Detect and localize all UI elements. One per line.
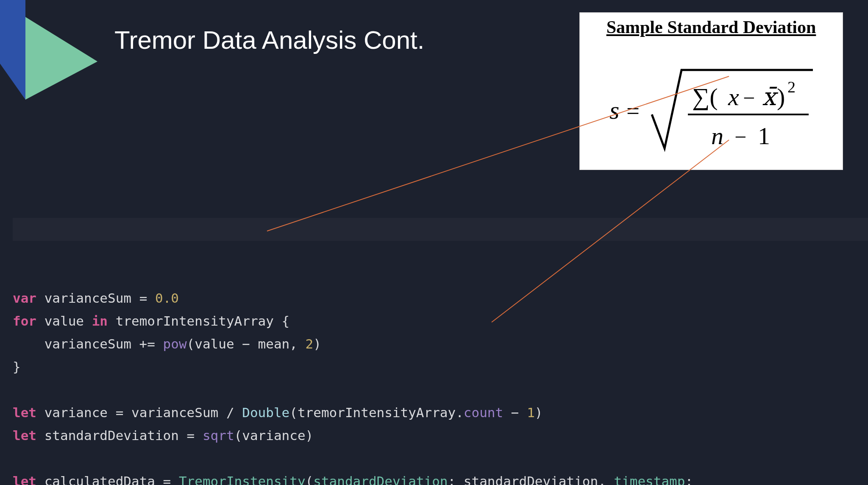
corner-accent-icon	[0, 0, 110, 119]
code-line: let calculatedData = TremorInstensity(st…	[13, 474, 693, 485]
svg-text:1: 1	[758, 122, 770, 150]
code-line: }	[13, 359, 21, 374]
svg-text:s: s	[609, 96, 619, 124]
code-line: varianceSum += pow(value − mean, 2)	[13, 336, 321, 351]
svg-text:∑(: ∑(	[692, 83, 718, 111]
svg-text:x̄: x̄	[762, 83, 779, 111]
svg-marker-0	[0, 0, 25, 100]
code-line: let variance = varianceSum / Double(trem…	[13, 405, 543, 420]
code-line	[13, 451, 21, 466]
formula-heading: Sample Standard Deviation	[580, 17, 843, 37]
svg-marker-1	[25, 17, 97, 100]
svg-text:2: 2	[787, 78, 796, 96]
svg-text:=: =	[626, 98, 640, 124]
code-line: for value in tremorIntensityArray {	[13, 313, 289, 329]
svg-text:−: −	[743, 86, 755, 110]
code-line	[13, 382, 21, 397]
code-line: var varianceSum = 0.0	[13, 290, 179, 306]
svg-text:−: −	[734, 125, 746, 149]
code-block: var varianceSum = 0.0 for value in tremo…	[13, 195, 868, 485]
svg-text:): )	[777, 83, 785, 111]
presentation-slide: Tremor Data Analysis Cont. Sample Standa…	[0, 0, 868, 485]
formula-body: s = ∑( x − x̄ ) 2 n − 1	[580, 59, 843, 157]
code-line: let standardDeviation = sqrt(variance)	[13, 428, 313, 443]
svg-text:x: x	[728, 83, 739, 111]
svg-text:n: n	[711, 122, 723, 150]
formula-card: Sample Standard Deviation s = ∑( x − x̄ …	[580, 13, 843, 170]
slide-title: Tremor Data Analysis Cont.	[114, 25, 424, 55]
